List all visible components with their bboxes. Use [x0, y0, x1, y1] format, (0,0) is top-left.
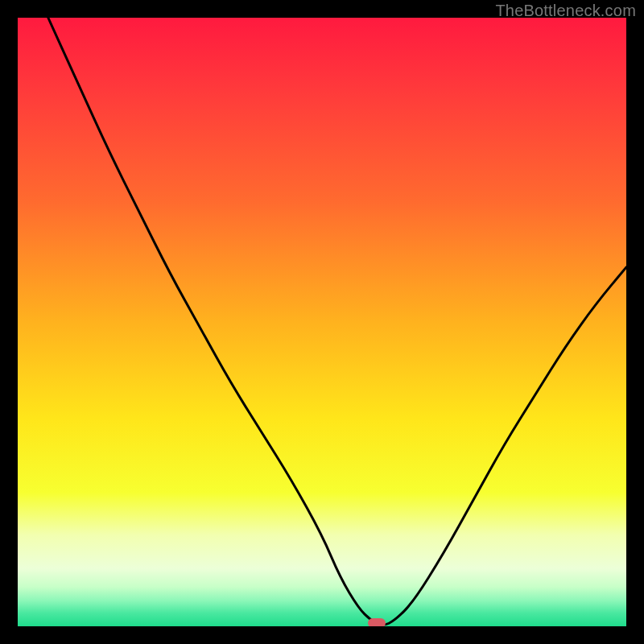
bottleneck-curve — [18, 18, 626, 626]
optimal-point-marker — [368, 618, 386, 626]
plot-area — [18, 18, 626, 626]
chart-frame: TheBottleneck.com — [0, 0, 644, 644]
watermark-text: TheBottleneck.com — [495, 2, 636, 20]
